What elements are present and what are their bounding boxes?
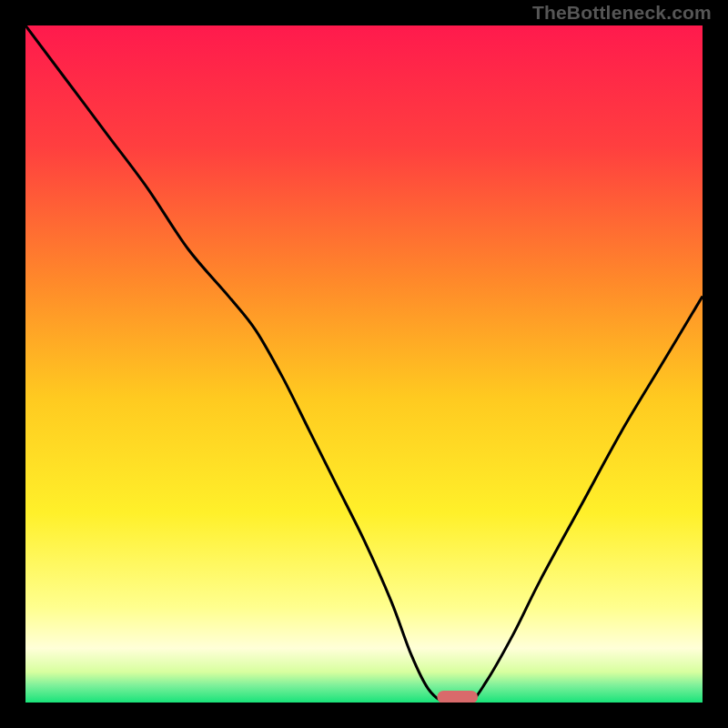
chart-frame: TheBottleneck.com <box>0 0 728 728</box>
bottleneck-chart <box>25 25 703 703</box>
watermark-text: TheBottleneck.com <box>532 2 712 24</box>
gradient-background <box>25 25 703 703</box>
plot-area <box>25 25 703 703</box>
optimal-marker <box>437 691 478 703</box>
